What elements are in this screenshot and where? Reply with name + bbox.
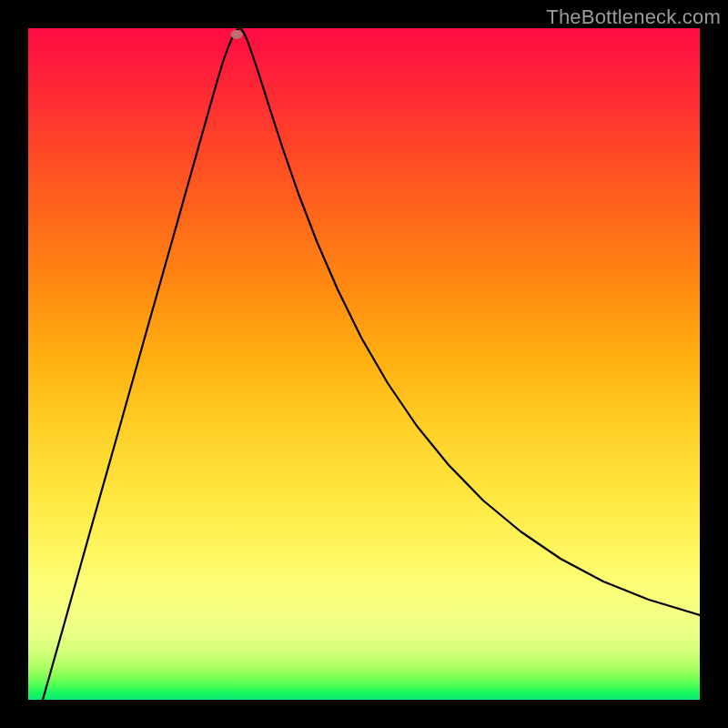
- watermark: TheBottleneck.com: [546, 5, 721, 29]
- optimal-point-marker: [231, 30, 243, 39]
- chart-frame: TheBottleneck.com: [0, 0, 728, 728]
- chart-plot-area: [28, 28, 700, 700]
- bottleneck-curve: [28, 28, 700, 700]
